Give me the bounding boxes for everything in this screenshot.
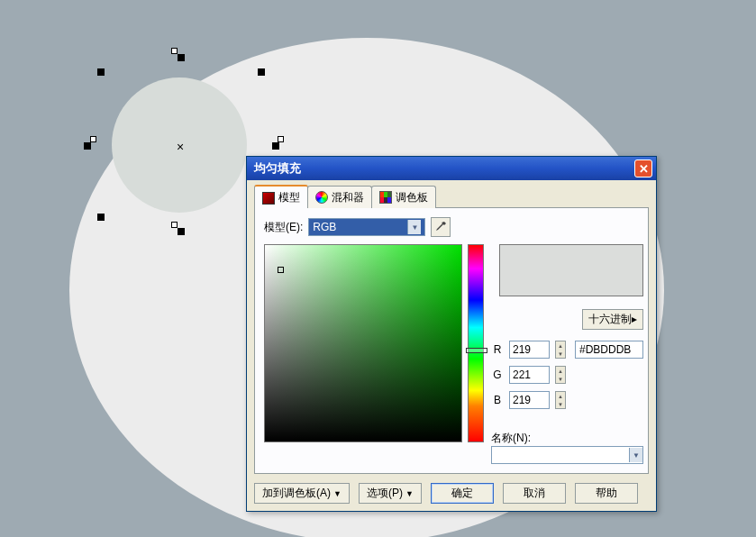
model-icon	[262, 192, 275, 205]
dialog-title: 均匀填充	[250, 160, 634, 177]
selection-handle[interactable]	[258, 68, 265, 76]
uniform-fill-dialog: 均匀填充 ✕ 模型 混和器 调色板 模型(E): RGB	[246, 156, 657, 512]
hex-input[interactable]: #DBDDDB	[575, 341, 643, 359]
b-spinner[interactable]: ▲▼	[555, 391, 566, 409]
r-spinner[interactable]: ▲▼	[555, 341, 566, 359]
tab-label: 混和器	[332, 190, 364, 205]
tab-label: 模型	[278, 190, 300, 205]
selection-handle-edge[interactable]	[171, 222, 178, 228]
cancel-button[interactable]: 取消	[503, 483, 566, 504]
chevron-down-icon: ▼	[405, 489, 414, 498]
selection-handle-edge[interactable]	[278, 136, 284, 142]
hex-mode-button[interactable]: 十六进制▸	[582, 309, 643, 330]
palette-icon	[379, 191, 392, 204]
selection-handle[interactable]	[178, 228, 185, 235]
hue-slider[interactable]	[468, 244, 484, 442]
tab-content-model: 模型(E): RGB ▼	[254, 207, 649, 474]
g-input[interactable]: 221	[509, 366, 550, 384]
sv-cursor[interactable]	[278, 267, 284, 273]
tab-strip: 模型 混和器 调色板	[254, 186, 649, 208]
close-icon: ✕	[639, 162, 649, 176]
g-spinner[interactable]: ▲▼	[555, 366, 566, 384]
tab-mixer[interactable]: 混和器	[307, 186, 372, 208]
help-button[interactable]: 帮助	[575, 483, 638, 504]
chevron-down-icon: ▼	[629, 448, 642, 462]
options-button[interactable]: 选项(P)▼	[359, 483, 422, 504]
tab-model[interactable]: 模型	[254, 185, 308, 208]
selection-handle[interactable]	[272, 142, 279, 150]
selection-handle[interactable]	[178, 54, 185, 61]
name-combo[interactable]: ▼	[491, 446, 643, 464]
tab-label: 调色板	[396, 190, 428, 205]
ok-button[interactable]: 确定	[431, 483, 494, 504]
selection-handle-edge[interactable]	[90, 136, 96, 142]
close-button[interactable]: ✕	[634, 159, 652, 177]
model-combo[interactable]: RGB ▼	[308, 218, 425, 236]
tab-palette[interactable]: 调色板	[371, 186, 436, 208]
selection-handle[interactable]	[97, 214, 105, 221]
selection-handle[interactable]	[97, 68, 105, 76]
selection-handle[interactable]	[84, 142, 91, 150]
add-to-palette-button[interactable]: 加到调色板(A)▼	[254, 483, 350, 504]
selection-handle-edge[interactable]	[171, 48, 178, 54]
name-label: 名称(N):	[491, 431, 643, 446]
saturation-value-picker[interactable]	[264, 244, 462, 442]
chevron-down-icon: ▼	[407, 220, 421, 234]
r-label: R	[491, 343, 504, 356]
dialog-button-row: 加到调色板(A)▼ 选项(P)▼ 确定 取消 帮助	[254, 483, 649, 504]
eyedropper-icon	[434, 221, 447, 233]
g-label: G	[491, 369, 504, 381]
r-input[interactable]: 219	[509, 341, 550, 359]
b-input[interactable]: 219	[509, 391, 550, 409]
chevron-down-icon: ▼	[333, 489, 342, 498]
color-preview	[499, 244, 643, 296]
eyedropper-button[interactable]	[431, 217, 451, 237]
titlebar[interactable]: 均匀填充 ✕	[247, 157, 656, 180]
selection-center-marker: ×	[177, 140, 184, 154]
mixer-icon	[315, 191, 328, 204]
hue-cursor[interactable]	[466, 348, 487, 353]
model-label: 模型(E):	[264, 220, 303, 235]
model-combo-value: RGB	[313, 221, 336, 233]
b-label: B	[491, 394, 504, 406]
